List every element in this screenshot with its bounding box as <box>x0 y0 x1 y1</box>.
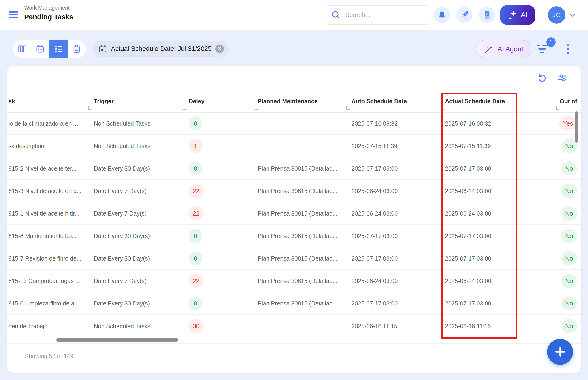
actual-schedule-date-cell: 2025-07-17 03:00 <box>445 165 515 172</box>
table-row[interactable]: 815-1 Nivel de aceite hidr... Date Every… <box>7 202 581 225</box>
horizontal-scrollbar[interactable] <box>56 338 178 342</box>
auto-schedule-date-cell: 2025-07-17 03:00 <box>351 300 442 307</box>
menu-icon[interactable] <box>9 10 19 21</box>
delay-badge: 22 <box>189 274 203 288</box>
column-resize-handle[interactable] <box>441 106 444 110</box>
table-row[interactable]: 815-6 Limpieza filtro de a... Date Every… <box>7 292 581 315</box>
trigger-cell: Date Every 7 Day(s) <box>94 278 185 285</box>
column-header-delay[interactable]: Delay <box>189 98 254 105</box>
filter-badge-count: 1 <box>549 39 553 45</box>
app-header: Work Management Pending Tasks <box>0 0 588 30</box>
column-resize-handle[interactable] <box>556 106 559 110</box>
notifications-button[interactable] <box>434 7 450 23</box>
task-cell: 815-6 Limpieza filtro de a... <box>8 300 96 307</box>
search-box[interactable] <box>326 5 429 25</box>
launch-button[interactable] <box>456 7 472 23</box>
add-task-button[interactable] <box>547 339 573 365</box>
actual-schedule-date-cell: 2025-07-15 11:39 <box>445 143 515 150</box>
plus-icon <box>554 346 566 358</box>
table-row[interactable]: 815-3 Nivel de aceite en b... Date Every… <box>7 180 581 202</box>
out-of-badge: No <box>561 274 577 288</box>
table-row[interactable]: sk description Non Scheduled Tasks 1 202… <box>7 135 581 157</box>
refresh-button[interactable] <box>537 73 547 83</box>
kanban-view-button[interactable] <box>13 40 31 58</box>
planned-maintenance-cell: Plan Prensa 30815 (Detallad... <box>258 165 349 172</box>
column-header-trigger[interactable]: Trigger <box>94 98 185 105</box>
delay-badge: 0 <box>189 161 202 175</box>
app-title: Work Management <box>24 5 73 11</box>
column-header-planned-maintenance[interactable]: Planned Maintenance <box>258 98 349 105</box>
delay-badge: 22 <box>189 206 203 220</box>
column-header-actual-schedule-date[interactable]: Actual Schedule Date <box>445 98 515 105</box>
table-row[interactable]: den de Trabajo Non Scheduled Tasks 30 20… <box>7 315 581 337</box>
magic-wand-icon <box>484 44 494 54</box>
column-header-auto-schedule-date[interactable]: Auto Schedule Date <box>351 98 442 105</box>
auto-schedule-date-cell: 2025-06-24 03:00 <box>351 210 442 217</box>
filter-count-badge: 1 <box>546 38 556 47</box>
table-row[interactable]: lo de la climatizadora en ... Non Schedu… <box>7 113 581 135</box>
task-cell: 815-3 Nivel de aceite en b... <box>8 188 96 194</box>
docs-icon <box>483 11 491 19</box>
column-settings-button[interactable] <box>557 73 568 83</box>
auto-schedule-date-cell: 2025-07-15 11:39 <box>351 143 442 150</box>
actual-schedule-date-cell: 2025-06-24 03:00 <box>445 188 515 194</box>
search-input[interactable] <box>345 12 424 19</box>
active-filter-chip[interactable]: Actual Schedule Date: Jul 31/2025 ✕ <box>93 40 228 57</box>
ai-assistant-button[interactable]: AI <box>500 5 535 25</box>
column-header-out-of[interactable]: Out of <box>560 98 577 105</box>
list-view-button[interactable] <box>49 40 67 58</box>
table-row[interactable]: 815-2 Nivel de aceite ter... Date Every … <box>7 157 581 180</box>
calendar-view-button[interactable] <box>31 40 49 58</box>
chevron-down-icon[interactable] <box>568 12 576 18</box>
task-cell: 815-8 Mantenimiento bo... <box>8 233 96 239</box>
delay-badge: 0 <box>189 296 202 310</box>
docs-button[interactable] <box>479 7 495 23</box>
actual-schedule-date-cell: 2025-06-24 03:00 <box>445 210 515 217</box>
list-view-icon <box>53 44 63 54</box>
table-row[interactable]: 815-13 Comprobar fugas ... Date Every 7 … <box>7 270 581 292</box>
ai-agent-label: AI Agent <box>498 45 523 53</box>
column-settings-icon <box>557 72 568 83</box>
ai-agent-button[interactable]: AI Agent <box>476 40 531 58</box>
search-icon <box>331 10 341 20</box>
trigger-cell: Date Every 30 Day(s) <box>94 165 185 172</box>
kebab-menu-icon[interactable] <box>565 43 571 56</box>
task-cell: lo de la climatizadora en ... <box>8 120 96 127</box>
vertical-scrollbar[interactable] <box>575 111 578 143</box>
out-of-badge: No <box>561 161 577 175</box>
delay-badge: 0 <box>189 251 202 266</box>
trigger-cell: Date Every 30 Day(s) <box>94 233 185 239</box>
auto-schedule-date-cell: 2025-07-17 03:00 <box>351 233 442 239</box>
table-row[interactable]: 815-7 Revision de filtro de... Date Ever… <box>7 247 581 270</box>
avatar[interactable]: JC <box>548 6 565 24</box>
trigger-cell: Non Scheduled Tasks <box>94 120 185 127</box>
tasks-table-card: sk Trigger Delay Planned Maintenance Aut… <box>7 66 581 373</box>
column-resize-handle[interactable] <box>88 106 91 110</box>
row-count-status: Showing 50 of 149 <box>25 353 73 360</box>
actual-schedule-date-cell: 2025-07-16 08:32 <box>445 120 515 127</box>
table-header-row: sk Trigger Delay Planned Maintenance Aut… <box>7 94 581 113</box>
notifications-bell-icon <box>438 11 446 19</box>
actual-schedule-date-cell: 2025-07-17 03:00 <box>445 233 515 239</box>
column-resize-handle[interactable] <box>183 106 186 110</box>
auto-schedule-date-cell: 2025-07-17 03:00 <box>351 165 442 172</box>
title-block: Work Management Pending Tasks <box>24 5 73 21</box>
column-resize-handle[interactable] <box>346 106 349 110</box>
close-icon[interactable]: ✕ <box>215 44 224 53</box>
out-of-badge: No <box>561 206 577 220</box>
clipboard-view-icon <box>72 44 81 53</box>
planned-maintenance-cell: Plan Prensa 30815 (Detallad... <box>258 233 349 239</box>
column-header-task[interactable]: sk <box>8 98 96 105</box>
view-toggle-group <box>13 40 86 58</box>
task-cell: den de Trabajo <box>8 323 96 330</box>
trigger-cell: Non Scheduled Tasks <box>94 143 185 150</box>
out-of-badge: No <box>561 251 577 266</box>
table-row[interactable]: 815-8 Mantenimiento bo... Date Every 30 … <box>7 225 581 247</box>
ai-button-label: AI <box>521 11 527 19</box>
column-resize-handle[interactable] <box>255 106 258 110</box>
clipboard-view-button[interactable] <box>67 40 86 58</box>
rocket-icon <box>460 10 469 20</box>
refresh-icon <box>537 73 547 83</box>
header-divider <box>542 8 542 22</box>
task-cell: sk description <box>8 143 96 150</box>
